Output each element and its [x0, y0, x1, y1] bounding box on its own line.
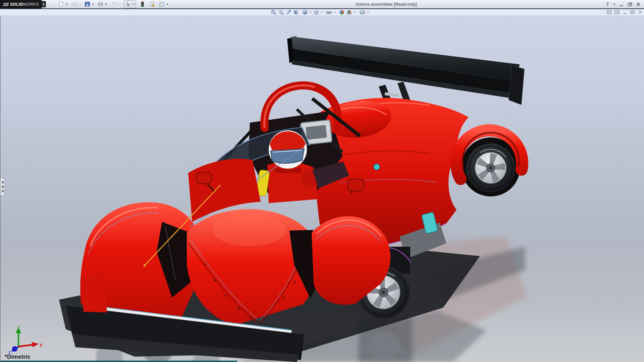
printer-icon [98, 1, 103, 7]
titlebar: 3S SOLIDWORKS [0, 0, 644, 8]
solidworks-logo-text-light: WORKS [23, 2, 39, 7]
featuremanager-collapsed-tab[interactable] [0, 178, 5, 196]
solidworks-logo-text-bold: SOLID [10, 2, 23, 7]
file-properties-button[interactable] [149, 1, 156, 8]
undo-dropdown[interactable] [118, 1, 121, 8]
x-axis-arrow [32, 342, 39, 347]
minimize-icon [619, 2, 624, 7]
open-dropdown[interactable] [78, 1, 82, 8]
hide-show-items-button[interactable] [326, 9, 332, 15]
edit-appearance-button[interactable] [338, 9, 345, 15]
appearance-sphere-icon [339, 10, 344, 15]
section-knife-icon [286, 10, 291, 15]
print-dropdown[interactable] [104, 1, 108, 8]
section-view-button[interactable] [285, 9, 291, 15]
titlebar-controls: ? [604, 0, 641, 8]
solidworks-window: 3S SOLIDWORKS [0, 0, 644, 362]
doc-restore-button[interactable] [630, 10, 635, 15]
eyeglasses-icon [326, 10, 332, 15]
right-mirror[interactable] [348, 179, 364, 193]
heads-up-view-toolbar [270, 9, 369, 15]
pane-right-button[interactable] [614, 10, 620, 15]
restore-icon [628, 2, 633, 7]
document-title: Voiture assomblee [Read-only] [356, 2, 417, 7]
window-minimize-button[interactable] [619, 1, 625, 8]
window-restore-button[interactable] [627, 1, 633, 8]
rebuild-button[interactable] [139, 1, 146, 8]
y-axis-label: Y [17, 326, 20, 330]
solidworks-logo-mark: 3S [3, 2, 9, 7]
restore-icon [630, 10, 635, 14]
doc-minimize-button[interactable] [622, 10, 628, 15]
scene-sphere-icon [346, 10, 352, 15]
chevron-left-icon [2, 181, 3, 184]
document-window-controls [606, 10, 643, 15]
chevron-down-icon [613, 4, 615, 5]
display-style-dropdown[interactable] [320, 9, 323, 15]
x-axis-label: X [40, 343, 43, 348]
view-cube-icon [302, 10, 308, 15]
zoom-to-fit-button[interactable] [270, 9, 277, 15]
hide-show-items-dropdown[interactable] [333, 9, 336, 15]
options-button[interactable] [158, 1, 165, 8]
magnifier-area-icon [278, 10, 284, 15]
cyan-detail [374, 164, 380, 170]
view-settings-button[interactable] [359, 9, 365, 15]
help-dropdown[interactable] [613, 1, 616, 8]
orientation-triad: Y X Z [6, 326, 43, 355]
display-style-cube-icon [314, 10, 319, 15]
commandmanager-expand-arrow[interactable] [42, 1, 46, 7]
statusbar-edge [0, 361, 237, 362]
apply-scene-dropdown[interactable] [353, 9, 356, 15]
pane-left-icon [607, 10, 612, 14]
question-mark-icon: ? [606, 1, 609, 7]
undo-button[interactable] [110, 1, 118, 8]
window-close-button[interactable] [635, 1, 641, 8]
new-document-button[interactable] [57, 1, 65, 8]
wing-right-endplate[interactable] [509, 66, 524, 105]
view-settings-icon [360, 10, 365, 15]
doc-close-button[interactable] [637, 10, 643, 15]
options-dropdown[interactable] [165, 1, 169, 8]
open-folder-icon [71, 1, 77, 7]
traffic-light-icon [140, 1, 145, 7]
close-icon [638, 10, 643, 14]
apply-scene-button[interactable] [346, 9, 352, 15]
pane-left-button[interactable] [606, 10, 612, 15]
view-orientation-button[interactable] [302, 9, 308, 15]
chevron-left-icon [2, 185, 3, 188]
magnifier-sphere-icon [271, 10, 276, 15]
zoom-to-area-button[interactable] [278, 9, 284, 15]
view-orientation-dropdown[interactable] [309, 9, 312, 15]
display-style-button[interactable] [313, 9, 319, 15]
graphics-viewport[interactable]: Y X Z *Dimetric [0, 15, 644, 362]
main-toolbar [57, 0, 169, 8]
car-assembly-model[interactable] [0, 15, 644, 362]
chevron-left-icon [2, 190, 3, 192]
select-dropdown[interactable] [132, 1, 136, 8]
save-floppy-icon [85, 1, 90, 7]
save-button[interactable] [84, 1, 91, 8]
undo-arrow-icon [111, 1, 117, 7]
print-button[interactable] [97, 1, 104, 8]
view-settings-dropdown[interactable] [366, 9, 369, 15]
previous-view-icon [293, 10, 299, 15]
help-button[interactable]: ? [604, 1, 610, 8]
new-document-dropdown[interactable] [65, 1, 68, 8]
new-document-icon [58, 1, 64, 7]
view-orientation-label: *Dimetric [5, 354, 31, 360]
previous-view-button[interactable] [292, 9, 299, 15]
select-cursor-icon [125, 1, 131, 7]
minimize-icon [623, 10, 627, 14]
pane-right-icon [614, 10, 620, 14]
save-dropdown[interactable] [91, 1, 95, 8]
chevron-right-icon [43, 3, 45, 6]
checklist-icon [159, 1, 165, 7]
solidworks-logo: 3S SOLIDWORKS [0, 0, 42, 8]
note-hand-icon [150, 1, 155, 7]
z-axis-sphere [12, 346, 17, 352]
open-button[interactable] [70, 1, 78, 8]
close-icon [636, 2, 641, 7]
select-button[interactable] [124, 0, 132, 8]
heads-up-strip [0, 9, 644, 15]
